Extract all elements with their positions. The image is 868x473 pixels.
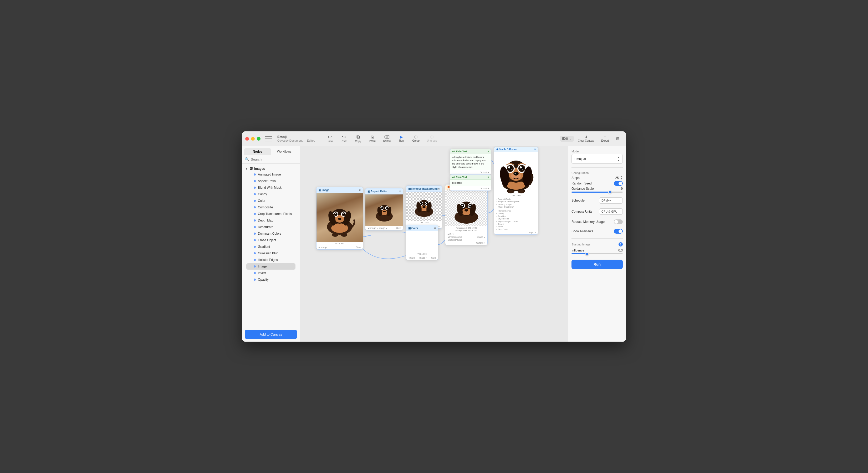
group-button[interactable]: ⬡ Group: [409, 134, 423, 143]
guidance-scale-thumb[interactable]: [608, 191, 612, 194]
list-item[interactable]: Depth Map: [246, 217, 296, 224]
list-item[interactable]: Erase Object: [246, 237, 296, 243]
list-item[interactable]: Aspect Ratio: [246, 178, 296, 184]
model-select[interactable]: Emoji XL ▲▼: [571, 154, 623, 164]
node-card-header: ▣ Remove Background ×: [406, 186, 442, 192]
compute-units-select[interactable]: CPU & GPU ⌄: [599, 209, 623, 215]
export-button[interactable]: ↑ Export: [598, 134, 612, 143]
list-item[interactable]: Desaturate: [246, 224, 296, 230]
list-item[interactable]: Animated Image: [246, 171, 296, 178]
ungroup-button[interactable]: ⬡ Ungroup: [424, 134, 440, 143]
app-title: Emoji: [277, 135, 315, 139]
text-node-body-2: pixelated: [450, 180, 491, 186]
node-dot-icon: [254, 206, 256, 209]
redo-button[interactable]: ↪ Redo: [337, 133, 350, 144]
tab-workflows[interactable]: Workflows: [271, 148, 298, 155]
list-item[interactable]: Opacity: [246, 277, 296, 283]
node-close-icon[interactable]: ×: [488, 176, 489, 179]
composite-node[interactable]: ▣ Composite ×: [445, 184, 488, 245]
steps-decrement-icon[interactable]: ▼: [621, 178, 623, 180]
show-previews-toggle[interactable]: [614, 229, 623, 233]
undo-button[interactable]: ↩ Undo: [323, 133, 336, 144]
list-item[interactable]: Gradient: [246, 244, 296, 250]
list-item[interactable]: Blend With Mask: [246, 185, 296, 191]
list-item[interactable]: Invert: [246, 270, 296, 276]
show-previews-label: Show Previews: [571, 229, 593, 233]
plain-text-2-node[interactable]: A+ Plain Text × pixelated Output ▸: [450, 175, 491, 191]
run-button[interactable]: Run: [571, 260, 623, 269]
run-button[interactable]: ▶ Run: [395, 134, 408, 143]
remove-bg-node[interactable]: ▣ Remove Background ×: [406, 186, 442, 229]
influence-label: Influence: [571, 249, 584, 252]
canvas-area[interactable]: ▣ Image ×: [300, 146, 568, 342]
node-close-icon[interactable]: ×: [438, 187, 440, 190]
panel-toggle-button[interactable]: ▤: [613, 135, 623, 142]
list-item[interactable]: Holistic Edges: [246, 257, 296, 263]
list-item[interactable]: Guassian Blur: [246, 250, 296, 256]
image-out-connector: Image ▸: [419, 256, 427, 259]
group-label: Group: [412, 139, 420, 142]
list-item[interactable]: Dominant Colors: [246, 230, 296, 237]
size-out-connector: Size: [431, 256, 436, 259]
node-item-label: Erase Object: [258, 238, 276, 242]
category-arrow-icon: ▼: [245, 167, 248, 170]
list-item[interactable]: Composite: [246, 204, 296, 211]
node-close-icon[interactable]: ×: [359, 188, 361, 192]
steps-increment-icon[interactable]: ▲: [621, 176, 623, 178]
minimize-button[interactable]: [251, 137, 255, 140]
node-type-label: ▣ Aspect Ratio: [368, 190, 387, 193]
node-dot-icon: [254, 193, 256, 195]
clear-canvas-button[interactable]: ↺ Clear Canvas: [575, 134, 597, 143]
zoom-control[interactable]: 50% ⌄: [560, 136, 574, 141]
composite-size: Foreground: 940 x 940Background: 783 x 7…: [445, 226, 487, 232]
fullscreen-button[interactable]: [257, 137, 260, 140]
node-close-icon[interactable]: ×: [399, 190, 401, 193]
list-item[interactable]: Image: [246, 263, 296, 270]
list-item[interactable]: Crop Transparent Pixels: [246, 211, 296, 217]
paste-button[interactable]: ⎘ Paste: [366, 134, 379, 144]
steps-stepper-buttons[interactable]: ▲ ▼: [621, 176, 623, 180]
model-label: Model: [571, 150, 623, 153]
guidance-scale-slider[interactable]: [571, 192, 623, 193]
svg-point-39: [426, 203, 427, 204]
plain-text-1-node[interactable]: A+ Plain Text × A long haired black and …: [450, 149, 491, 175]
sidebar-toggle-icon[interactable]: [265, 136, 272, 141]
node-dot-icon: [254, 174, 256, 176]
node-item-label: Aspect Ratio: [258, 179, 276, 183]
list-item[interactable]: Color: [246, 198, 296, 204]
ungroup-icon: ⬡: [430, 135, 433, 139]
search-input[interactable]: [251, 157, 297, 161]
clarity-row: ◂ Clarity: [496, 212, 536, 215]
add-to-canvas-button[interactable]: Add to Canvas: [245, 330, 297, 339]
image-node[interactable]: ▣ Image ×: [316, 187, 363, 250]
steps-label: Steps: [571, 176, 580, 180]
image-in-connector: ◂ Image ▸ Image ▸: [368, 227, 387, 229]
node-close-icon[interactable]: ×: [534, 148, 536, 151]
category-header-images[interactable]: ▼ 🖼 Images: [245, 166, 297, 171]
influence-thumb[interactable]: [585, 252, 589, 255]
reduce-memory-toggle[interactable]: [614, 219, 623, 224]
color-node[interactable]: ▣ Color × 793 x 793 ◂ Size Image ▸ Size: [406, 225, 438, 260]
node-dot-icon: [254, 187, 256, 189]
svg-point-33: [423, 206, 426, 208]
zoom-chevron-icon: ⌄: [570, 137, 572, 140]
scheduler-select[interactable]: DPM++ ⌄: [599, 197, 623, 203]
stable-diffusion-node[interactable]: ◉ Stable Diffusion ×: [494, 147, 538, 235]
tab-nodes[interactable]: Nodes: [244, 148, 271, 155]
svg-point-9: [335, 213, 336, 214]
close-button[interactable]: [245, 137, 249, 140]
puppy-illustration: [322, 195, 357, 240]
influence-slider[interactable]: [571, 253, 623, 254]
random-seed-toggle[interactable]: [614, 181, 623, 186]
aspect-ratio-puppy: [372, 196, 396, 225]
list-item[interactable]: Canny: [246, 191, 296, 197]
config-section: Configuration Steps 25 ▲ ▼ Random Seed: [571, 171, 623, 194]
copy-button[interactable]: ⧉ Copy: [351, 133, 365, 144]
aspect-ratio-node[interactable]: ▣ Aspect Ratio ×: [365, 188, 403, 230]
node-close-icon[interactable]: ×: [434, 226, 436, 230]
delete-button[interactable]: ⌫ Delete: [380, 134, 394, 144]
config-label: Configuration: [571, 171, 623, 175]
copy-icon: ⧉: [356, 134, 360, 139]
node-close-icon[interactable]: ×: [488, 150, 489, 153]
steps-stepper[interactable]: 25 ▲ ▼: [614, 176, 623, 180]
